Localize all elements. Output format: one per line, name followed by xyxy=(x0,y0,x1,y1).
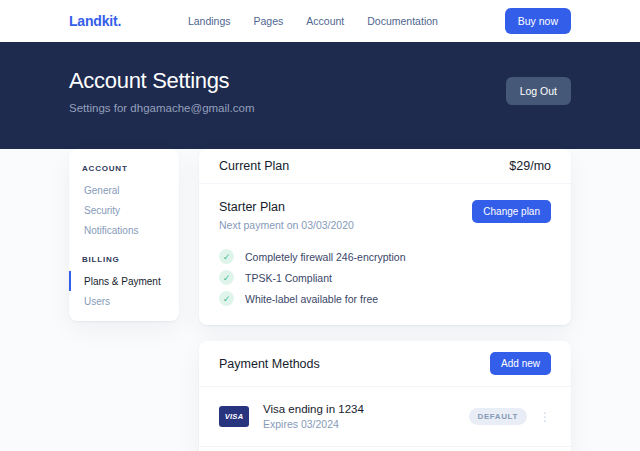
kebab-menu-icon[interactable]: ⋮ xyxy=(539,411,551,423)
landkit-logo[interactable]: Landkit. xyxy=(69,13,121,29)
sidebar-item-plans-payment[interactable]: Plans & Payment xyxy=(69,271,179,291)
payment-methods-title: Payment Methods xyxy=(219,357,320,371)
list-item: ✓ White-label available for free xyxy=(219,288,551,309)
plan-info: Starter Plan Next payment on 03/03/2020 xyxy=(219,200,354,231)
payment-methods-header: Payment Methods Add new xyxy=(199,341,571,387)
nav-link-account[interactable]: Account xyxy=(306,15,344,27)
check-icon: ✓ xyxy=(219,249,234,264)
hero-text: Account Settings Settings for dhgamache@… xyxy=(69,68,255,114)
page-subtitle: Settings for dhgamache@gmail.com xyxy=(69,102,255,114)
list-item: ✓ Completely firewall 246-encryption xyxy=(219,246,551,267)
check-icon: ✓ xyxy=(219,291,234,306)
plan-next-payment: Next payment on 03/03/2020 xyxy=(219,219,354,231)
nav-link-pages[interactable]: Pages xyxy=(254,15,284,27)
current-plan-price: $29/mo xyxy=(509,159,551,173)
page-title: Account Settings xyxy=(69,68,255,94)
settings-main-column: Current Plan $29/mo Starter Plan Next pa… xyxy=(199,149,571,451)
log-out-button[interactable]: Log Out xyxy=(506,77,571,105)
feature-label: Completely firewall 246-encryption xyxy=(245,251,406,263)
sidebar-item-security[interactable]: Security xyxy=(69,200,179,220)
list-item: ✓ TPSK-1 Compliant xyxy=(219,267,551,288)
sidebar-item-users[interactable]: Users xyxy=(69,291,179,311)
nav-link-documentation[interactable]: Documentation xyxy=(367,15,438,27)
change-plan-button[interactable]: Change plan xyxy=(472,200,551,223)
card-expiry: Expires 03/2024 xyxy=(263,418,469,430)
nav-links: Landings Pages Account Documentation xyxy=(188,15,438,27)
status-badge: DEFAULT xyxy=(469,408,528,425)
sidebar-heading-account: Account xyxy=(69,164,179,173)
check-icon: ✓ xyxy=(219,270,234,285)
sidebar-item-general[interactable]: General xyxy=(69,180,179,200)
main-content: Account General Security Notifications B… xyxy=(0,149,640,451)
payment-methods-card: Payment Methods Add new VISA Visa ending… xyxy=(199,341,571,451)
sidebar-section-billing: Billing Plans & Payment Users xyxy=(69,255,179,311)
table-row: Mastercard ending in 1234 ⋮ xyxy=(199,446,571,451)
card-info: Visa ending in 1234 Expires 03/2024 xyxy=(263,403,469,430)
visa-icon: VISA xyxy=(219,406,249,427)
buy-now-button[interactable]: Buy now xyxy=(505,8,571,34)
payment-methods-list: VISA Visa ending in 1234 Expires 03/2024… xyxy=(199,387,571,451)
sidebar-heading-billing: Billing xyxy=(69,255,179,264)
feature-label: White-label available for free xyxy=(245,293,378,305)
current-plan-title: Current Plan xyxy=(219,159,289,173)
settings-sidebar: Account General Security Notifications B… xyxy=(69,149,179,321)
feature-label: TPSK-1 Compliant xyxy=(245,272,332,284)
current-plan-header: Current Plan $29/mo xyxy=(199,149,571,184)
hero-banner: Account Settings Settings for dhgamache@… xyxy=(0,42,640,163)
current-plan-card: Current Plan $29/mo Starter Plan Next pa… xyxy=(199,149,571,325)
current-plan-body: Starter Plan Next payment on 03/03/2020 … xyxy=(199,184,571,325)
nav-link-landings[interactable]: Landings xyxy=(188,15,231,27)
add-new-button[interactable]: Add new xyxy=(490,352,551,375)
sidebar-item-notifications[interactable]: Notifications xyxy=(69,220,179,240)
top-navbar: Landkit. Landings Pages Account Document… xyxy=(0,0,640,42)
plan-features-list: ✓ Completely firewall 246-encryption ✓ T… xyxy=(219,246,551,309)
table-row: VISA Visa ending in 1234 Expires 03/2024… xyxy=(199,387,571,446)
card-title: Visa ending in 1234 xyxy=(263,403,469,415)
plan-name: Starter Plan xyxy=(219,200,354,214)
sidebar-section-account: Account General Security Notifications xyxy=(69,164,179,240)
